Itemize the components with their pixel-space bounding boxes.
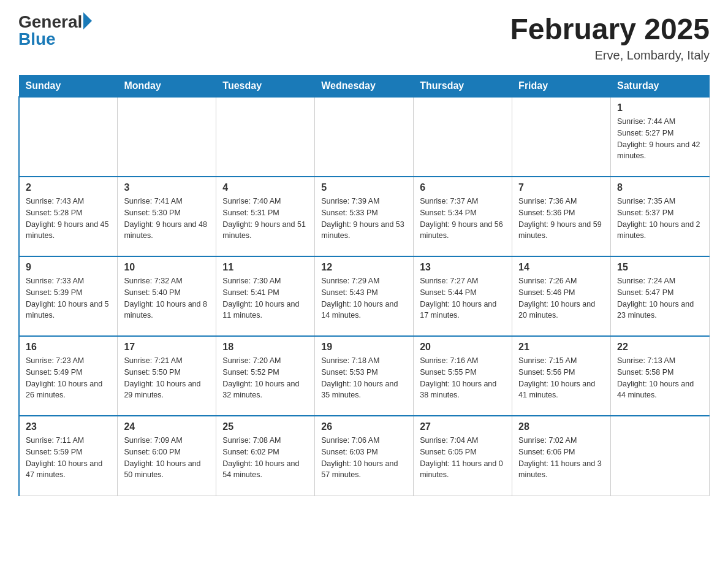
location-label: Erve, Lombardy, Italy (510, 48, 710, 63)
day-info: Sunrise: 7:06 AMSunset: 6:03 PMDaylight:… (321, 435, 407, 481)
day-number: 12 (321, 262, 407, 273)
calendar-cell (512, 97, 611, 177)
calendar-cell: 4Sunrise: 7:40 AMSunset: 5:31 PMDaylight… (216, 177, 315, 256)
day-number: 10 (124, 262, 210, 273)
title-block: February 2025 Erve, Lombardy, Italy (510, 12, 710, 63)
day-number: 4 (222, 182, 308, 193)
calendar-cell: 5Sunrise: 7:39 AMSunset: 5:33 PMDaylight… (315, 177, 414, 256)
day-info: Sunrise: 7:21 AMSunset: 5:50 PMDaylight:… (124, 355, 210, 401)
day-number: 3 (124, 182, 210, 193)
col-thursday: Thursday (414, 75, 512, 98)
calendar-cell (118, 97, 216, 177)
calendar-cell: 26Sunrise: 7:06 AMSunset: 6:03 PMDayligh… (315, 416, 414, 496)
day-info: Sunrise: 7:44 AMSunset: 5:27 PMDaylight:… (617, 116, 703, 162)
day-number: 5 (321, 182, 407, 193)
day-info: Sunrise: 7:29 AMSunset: 5:43 PMDaylight:… (321, 275, 407, 321)
calendar-cell (19, 97, 118, 177)
day-info: Sunrise: 7:16 AMSunset: 5:55 PMDaylight:… (420, 355, 506, 401)
col-saturday: Saturday (611, 75, 710, 98)
day-info: Sunrise: 7:43 AMSunset: 5:28 PMDaylight:… (26, 196, 111, 242)
day-number: 24 (124, 421, 210, 432)
day-number: 27 (420, 421, 506, 432)
calendar-cell: 1Sunrise: 7:44 AMSunset: 5:27 PMDaylight… (611, 97, 710, 177)
day-number: 25 (222, 421, 308, 432)
day-number: 28 (518, 421, 604, 432)
day-number: 13 (420, 262, 506, 273)
day-info: Sunrise: 7:35 AMSunset: 5:37 PMDaylight:… (617, 196, 703, 242)
logo-arrow-icon (83, 12, 92, 29)
calendar-week-4: 16Sunrise: 7:23 AMSunset: 5:49 PMDayligh… (19, 336, 710, 416)
col-monday: Monday (118, 75, 216, 98)
calendar-cell: 19Sunrise: 7:18 AMSunset: 5:53 PMDayligh… (315, 336, 414, 416)
day-number: 6 (420, 182, 506, 193)
calendar-week-5: 23Sunrise: 7:11 AMSunset: 5:59 PMDayligh… (19, 416, 710, 496)
calendar-cell: 22Sunrise: 7:13 AMSunset: 5:58 PMDayligh… (611, 336, 710, 416)
header-row: Sunday Monday Tuesday Wednesday Thursday… (19, 75, 710, 98)
calendar-cell: 16Sunrise: 7:23 AMSunset: 5:49 PMDayligh… (19, 336, 118, 416)
day-info: Sunrise: 7:27 AMSunset: 5:44 PMDaylight:… (420, 275, 506, 321)
calendar-header: Sunday Monday Tuesday Wednesday Thursday… (19, 75, 710, 98)
day-number: 16 (26, 342, 111, 353)
day-info: Sunrise: 7:13 AMSunset: 5:58 PMDaylight:… (617, 355, 703, 401)
calendar-cell: 2Sunrise: 7:43 AMSunset: 5:28 PMDaylight… (19, 177, 118, 256)
calendar-cell: 10Sunrise: 7:32 AMSunset: 5:40 PMDayligh… (118, 256, 216, 336)
day-info: Sunrise: 7:26 AMSunset: 5:46 PMDaylight:… (518, 275, 604, 321)
day-info: Sunrise: 7:41 AMSunset: 5:30 PMDaylight:… (124, 196, 210, 242)
col-sunday: Sunday (19, 75, 118, 98)
calendar-week-2: 2Sunrise: 7:43 AMSunset: 5:28 PMDaylight… (19, 177, 710, 256)
calendar-cell: 18Sunrise: 7:20 AMSunset: 5:52 PMDayligh… (216, 336, 315, 416)
day-number: 1 (617, 102, 703, 113)
day-info: Sunrise: 7:39 AMSunset: 5:33 PMDaylight:… (321, 196, 407, 242)
calendar-cell: 25Sunrise: 7:08 AMSunset: 6:02 PMDayligh… (216, 416, 315, 496)
day-number: 9 (26, 262, 111, 273)
day-number: 23 (26, 421, 111, 432)
col-tuesday: Tuesday (216, 75, 315, 98)
day-info: Sunrise: 7:04 AMSunset: 6:05 PMDaylight:… (420, 435, 506, 481)
calendar-cell: 27Sunrise: 7:04 AMSunset: 6:05 PMDayligh… (414, 416, 512, 496)
calendar-week-3: 9Sunrise: 7:33 AMSunset: 5:39 PMDaylight… (19, 256, 710, 336)
calendar-cell: 24Sunrise: 7:09 AMSunset: 6:00 PMDayligh… (118, 416, 216, 496)
day-number: 19 (321, 342, 407, 353)
calendar-cell: 7Sunrise: 7:36 AMSunset: 5:36 PMDaylight… (512, 177, 611, 256)
calendar-cell: 28Sunrise: 7:02 AMSunset: 6:06 PMDayligh… (512, 416, 611, 496)
day-info: Sunrise: 7:09 AMSunset: 6:00 PMDaylight:… (124, 435, 210, 481)
day-number: 11 (222, 262, 308, 273)
calendar-cell: 8Sunrise: 7:35 AMSunset: 5:37 PMDaylight… (611, 177, 710, 256)
calendar-cell: 11Sunrise: 7:30 AMSunset: 5:41 PMDayligh… (216, 256, 315, 336)
calendar-cell: 20Sunrise: 7:16 AMSunset: 5:55 PMDayligh… (414, 336, 512, 416)
day-number: 15 (617, 262, 703, 273)
day-number: 22 (617, 342, 703, 353)
month-title: February 2025 (510, 12, 710, 46)
day-info: Sunrise: 7:20 AMSunset: 5:52 PMDaylight:… (222, 355, 308, 401)
day-number: 17 (124, 342, 210, 353)
calendar-cell (315, 97, 414, 177)
col-wednesday: Wednesday (315, 75, 414, 98)
day-info: Sunrise: 7:02 AMSunset: 6:06 PMDaylight:… (518, 435, 604, 481)
calendar-cell: 21Sunrise: 7:15 AMSunset: 5:56 PMDayligh… (512, 336, 611, 416)
day-info: Sunrise: 7:37 AMSunset: 5:34 PMDaylight:… (420, 196, 506, 242)
calendar-cell: 15Sunrise: 7:24 AMSunset: 5:47 PMDayligh… (611, 256, 710, 336)
calendar-cell (611, 416, 710, 496)
day-info: Sunrise: 7:40 AMSunset: 5:31 PMDaylight:… (222, 196, 308, 242)
day-info: Sunrise: 7:18 AMSunset: 5:53 PMDaylight:… (321, 355, 407, 401)
day-info: Sunrise: 7:30 AMSunset: 5:41 PMDaylight:… (222, 275, 308, 321)
calendar-cell: 23Sunrise: 7:11 AMSunset: 5:59 PMDayligh… (19, 416, 118, 496)
calendar-cell: 6Sunrise: 7:37 AMSunset: 5:34 PMDaylight… (414, 177, 512, 256)
logo: General Blue (18, 12, 92, 49)
day-number: 26 (321, 421, 407, 432)
calendar-cell: 17Sunrise: 7:21 AMSunset: 5:50 PMDayligh… (118, 336, 216, 416)
day-number: 2 (26, 182, 111, 193)
day-number: 18 (222, 342, 308, 353)
day-number: 14 (518, 262, 604, 273)
day-number: 8 (617, 182, 703, 193)
day-info: Sunrise: 7:15 AMSunset: 5:56 PMDaylight:… (518, 355, 604, 401)
calendar-cell: 13Sunrise: 7:27 AMSunset: 5:44 PMDayligh… (414, 256, 512, 336)
calendar-cell: 14Sunrise: 7:26 AMSunset: 5:46 PMDayligh… (512, 256, 611, 336)
day-info: Sunrise: 7:36 AMSunset: 5:36 PMDaylight:… (518, 196, 604, 242)
day-info: Sunrise: 7:11 AMSunset: 5:59 PMDaylight:… (26, 435, 111, 481)
day-info: Sunrise: 7:32 AMSunset: 5:40 PMDaylight:… (124, 275, 210, 321)
calendar-cell (414, 97, 512, 177)
day-number: 7 (518, 182, 604, 193)
day-info: Sunrise: 7:33 AMSunset: 5:39 PMDaylight:… (26, 275, 111, 321)
calendar-cell: 12Sunrise: 7:29 AMSunset: 5:43 PMDayligh… (315, 256, 414, 336)
